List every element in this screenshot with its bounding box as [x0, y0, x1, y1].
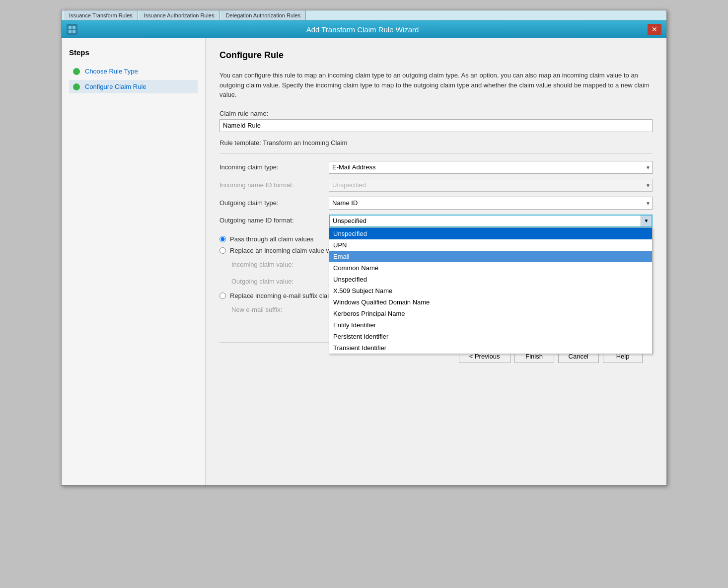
claim-rule-name-group: Claim rule name:	[219, 110, 653, 132]
tab-issuance-transform[interactable]: Issuance Transform Rules	[64, 10, 138, 20]
outgoing-name-id-value: Unspecified	[333, 217, 640, 224]
outgoing-claim-type-label: Outgoing claim type:	[219, 199, 329, 207]
incoming-name-id-row: Incoming name ID format: Unspecified ▼	[219, 179, 653, 192]
outgoing-name-id-dropdown: Unspecified UPN Email Common Name Unspec…	[329, 227, 653, 354]
steps-title: Steps	[69, 48, 198, 57]
dropdown-option-persistent[interactable]: Persistent Identifier	[329, 331, 652, 342]
step-label-1: Choose Rule Type	[85, 68, 138, 75]
radio-passthrough[interactable]	[219, 236, 226, 242]
title-bar: Add Transform Claim Rule Wizard ✕	[62, 20, 666, 38]
incoming-claim-type-select[interactable]: E-Mail Address	[329, 161, 653, 174]
tab-bar: Issuance Transform Rules Issuance Author…	[62, 10, 666, 20]
outgoing-name-id-field[interactable]: Unspecified ▼	[329, 215, 653, 227]
rule-template-text: Rule template: Transform an Incoming Cla…	[219, 139, 653, 147]
incoming-name-id-wrapper: Unspecified ▼	[329, 179, 653, 192]
step-dot-2	[73, 83, 80, 90]
incoming-claim-type-label: Incoming claim type:	[219, 163, 329, 171]
description-text: You can configure this rule to map an in…	[219, 71, 653, 100]
dropdown-option-windows-domain[interactable]: Windows Qualified Domain Name	[329, 296, 652, 308]
outgoing-claim-type-wrapper: Name ID ▼	[329, 197, 653, 210]
radio-email-suffix[interactable]	[219, 293, 226, 299]
dropdown-option-transient[interactable]: Transient Identifier	[329, 342, 652, 354]
outgoing-name-id-arrow[interactable]: ▼	[641, 216, 652, 226]
incoming-claim-value-label: Incoming claim value:	[231, 261, 329, 268]
sidebar-item-configure-claim-rule[interactable]: Configure Claim Rule	[69, 80, 198, 93]
dropdown-option-upn[interactable]: UPN	[329, 239, 652, 251]
dropdown-option-common-name[interactable]: Common Name	[329, 262, 652, 274]
window-title: Add Transform Claim Rule Wizard	[77, 25, 648, 34]
claim-rule-name-input[interactable]	[219, 119, 653, 132]
close-button[interactable]: ✕	[648, 24, 661, 35]
incoming-claim-type-wrapper: E-Mail Address ▼	[329, 161, 653, 174]
window-icon	[67, 24, 77, 35]
dropdown-option-email[interactable]: Email	[329, 251, 652, 262]
outgoing-name-id-row: Outgoing name ID format: Unspecified ▼ U…	[219, 215, 653, 227]
radio-replace[interactable]	[219, 247, 226, 254]
outgoing-claim-type-row: Outgoing claim type: Name ID ▼	[219, 197, 653, 210]
separator-1	[219, 153, 653, 154]
claim-rule-name-label: Claim rule name:	[219, 110, 653, 117]
tab-delegation-auth[interactable]: Delegation Authorization Rules	[221, 10, 306, 20]
tab-issuance-auth[interactable]: Issuance Authorization Rules	[139, 10, 220, 20]
svg-rect-0	[69, 26, 72, 29]
outgoing-claim-value-label: Outgoing claim value:	[231, 278, 329, 285]
svg-rect-2	[69, 30, 72, 33]
svg-rect-1	[73, 26, 75, 29]
radio-passthrough-label: Pass through all claim values	[230, 235, 313, 243]
incoming-name-id-select[interactable]: Unspecified	[329, 179, 653, 192]
dropdown-option-x509[interactable]: X.509 Subject Name	[329, 285, 652, 296]
outgoing-name-id-label: Outgoing name ID format:	[219, 217, 329, 224]
main-content: Configure Rule You can configure this ru…	[206, 38, 666, 485]
new-email-suffix-label: New e-mail suffix:	[231, 306, 329, 313]
incoming-claim-type-row: Incoming claim type: E-Mail Address ▼	[219, 161, 653, 174]
outgoing-claim-type-select[interactable]: Name ID	[329, 197, 653, 210]
dropdown-option-unspecified[interactable]: Unspecified	[329, 274, 652, 285]
outgoing-name-id-wrapper: Unspecified ▼ Unspecified UPN Email Comm…	[329, 215, 653, 227]
dropdown-option-entity[interactable]: Entity Identifier	[329, 319, 652, 331]
step-label-2: Configure Claim Rule	[85, 83, 146, 90]
svg-rect-3	[73, 30, 75, 33]
incoming-name-id-label: Incoming name ID format:	[219, 181, 329, 189]
dropdown-option-kerberos[interactable]: Kerberos Principal Name	[329, 308, 652, 319]
sidebar: Steps Choose Rule Type Configure Claim R…	[62, 38, 206, 485]
window-body: Steps Choose Rule Type Configure Claim R…	[62, 38, 666, 485]
sidebar-item-choose-rule-type[interactable]: Choose Rule Type	[69, 65, 198, 78]
page-title: Configure Rule	[219, 50, 653, 61]
dropdown-option-unspecified-top[interactable]: Unspecified	[329, 228, 652, 239]
step-dot-1	[73, 68, 80, 75]
wizard-window: Issuance Transform Rules Issuance Author…	[61, 10, 667, 486]
